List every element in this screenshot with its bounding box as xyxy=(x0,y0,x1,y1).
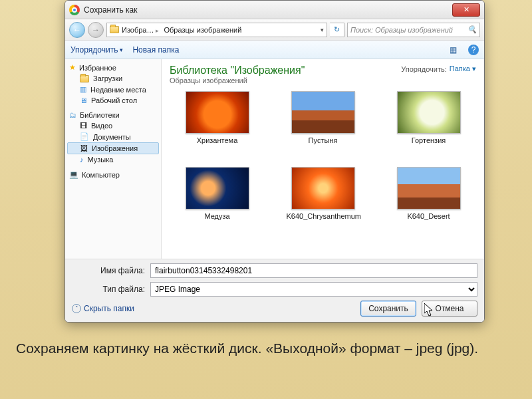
refresh-icon: ↻ xyxy=(334,25,340,34)
music-icon: ♪ xyxy=(80,156,84,164)
refresh-button[interactable]: ↻ xyxy=(330,23,344,37)
sidebar-libraries[interactable]: 🗂Библиотеки xyxy=(65,110,161,120)
thumb-item[interactable]: Медуза xyxy=(167,167,267,240)
thumb-item[interactable]: Пустыня xyxy=(273,91,373,164)
thumb-image xyxy=(186,91,249,134)
thumb-image xyxy=(291,91,355,134)
chevron-up-icon: ˄ xyxy=(72,304,81,313)
video-icon: 🎞 xyxy=(80,122,87,130)
doc-icon: 📄 xyxy=(80,132,89,141)
desktop-icon: 🖥 xyxy=(80,96,87,104)
window-title: Сохранить как xyxy=(84,5,137,15)
thumb-image xyxy=(186,167,249,209)
filetype-label: Тип файла: xyxy=(72,285,145,294)
thumb-item[interactable]: K640_Desert xyxy=(378,167,479,240)
thumb-item[interactable]: Хризантема xyxy=(167,91,267,164)
chevron-down-icon: ▾ xyxy=(120,47,123,53)
filename-label: Имя файла: xyxy=(72,266,145,275)
thumb-item[interactable]: Гортензия xyxy=(378,91,479,164)
computer-icon: 💻 xyxy=(69,170,78,179)
thumb-image xyxy=(397,91,461,134)
breadcrumb-seg-2[interactable]: Образцы изображений xyxy=(164,26,241,34)
chevron-down-icon[interactable]: ▾ xyxy=(321,27,324,33)
folder-icon xyxy=(110,26,119,33)
sidebar-item-desktop[interactable]: 🖥Рабочий стол xyxy=(65,95,161,106)
thumb-image xyxy=(397,167,461,209)
sidebar-item-recent[interactable]: ▥Недавние места xyxy=(65,84,161,95)
toolbar: Упорядочить ▾ Новая папка ▦ ? xyxy=(65,41,484,59)
close-icon: ✕ xyxy=(464,5,469,14)
nav-row: ← → Изобра… Образцы изображений ▾ ↻ Поис… xyxy=(65,19,484,41)
sort-value[interactable]: Папка ▾ xyxy=(450,65,476,73)
search-input[interactable]: Поиск: Образцы изображений 🔍 xyxy=(347,23,480,37)
pictures-icon: 🖼 xyxy=(80,144,88,152)
save-button[interactable]: Сохранить xyxy=(360,301,416,317)
slide-caption: Сохраняем картинку на жёсткий диск. «Вых… xyxy=(16,339,516,358)
content-pane: Библиотека "Изображения" Образцы изображ… xyxy=(162,59,484,259)
chrome-icon xyxy=(69,5,80,15)
folder-icon xyxy=(80,75,89,82)
breadcrumb-seg-1[interactable]: Изобра… xyxy=(122,26,161,34)
filename-input[interactable] xyxy=(150,263,477,278)
filetype-select[interactable]: JPEG Image xyxy=(150,282,477,297)
cancel-button[interactable]: Отмена xyxy=(422,301,477,317)
hide-folders-toggle[interactable]: ˄Скрыть папки xyxy=(72,304,134,313)
sidebar-item-music[interactable]: ♪Музыка xyxy=(65,154,161,165)
sidebar-favorites[interactable]: ★Избранное xyxy=(65,62,161,73)
library-icon: 🗂 xyxy=(69,111,76,119)
new-folder-button[interactable]: Новая папка xyxy=(132,45,179,55)
recent-icon: ▥ xyxy=(80,85,86,94)
close-button[interactable]: ✕ xyxy=(452,3,480,17)
sidebar-computer[interactable]: 💻Компьютер xyxy=(65,169,161,180)
sidebar: ★Избранное Загрузки ▥Недавние места 🖥Раб… xyxy=(65,59,162,259)
thumb-item[interactable]: K640_Chrysanthemum xyxy=(273,167,373,240)
sidebar-item-pictures[interactable]: 🖼Изображения xyxy=(67,142,159,154)
dialog-footer: Имя файла: Тип файла: JPEG Image ˄Скрыть… xyxy=(65,259,484,322)
back-button[interactable]: ← xyxy=(69,22,85,38)
library-title: Библиотека "Изображения" xyxy=(170,65,305,76)
sidebar-item-documents[interactable]: 📄Документы xyxy=(65,131,161,142)
save-as-dialog: Сохранить как ✕ ← → Изобра… Образцы изоб… xyxy=(65,0,485,323)
help-button[interactable]: ? xyxy=(468,45,479,55)
star-icon: ★ xyxy=(69,63,76,72)
search-placeholder: Поиск: Образцы изображений xyxy=(350,26,453,34)
thumb-image xyxy=(291,167,355,209)
breadcrumb[interactable]: Изобра… Образцы изображений ▾ xyxy=(106,23,327,37)
sort-control[interactable]: Упорядочить: Папка ▾ xyxy=(401,65,476,73)
library-subtitle: Образцы изображений xyxy=(170,76,305,84)
forward-button[interactable]: → xyxy=(88,22,104,38)
views-button[interactable]: ▦ xyxy=(447,44,459,56)
sidebar-item-video[interactable]: 🎞Видео xyxy=(65,120,161,131)
organize-menu[interactable]: Упорядочить ▾ xyxy=(70,45,123,55)
thumbnail-grid: Хризантема Пустыня Гортензия Медуза K640… xyxy=(162,87,484,259)
search-icon: 🔍 xyxy=(467,25,477,34)
sidebar-item-downloads[interactable]: Загрузки xyxy=(65,73,161,84)
titlebar[interactable]: Сохранить как ✕ xyxy=(65,1,484,19)
